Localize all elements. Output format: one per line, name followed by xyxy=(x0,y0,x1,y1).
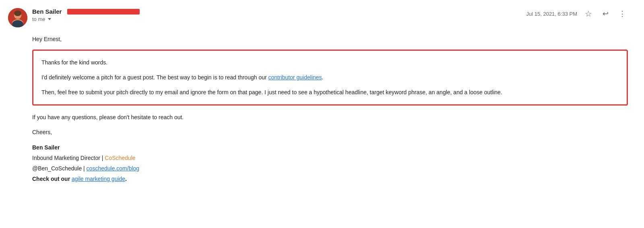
sig-title-line: Inbound Marketing Director | CoSchedule xyxy=(32,153,628,163)
email-greeting: Hey Ernest, xyxy=(32,35,628,44)
email-body: Hey Ernest, Thanks for the kind words. I… xyxy=(32,35,628,184)
sig-check-prefix: Check out our xyxy=(32,176,72,182)
sender-name-row: Ben Sailer xyxy=(32,8,140,15)
to-me-row[interactable]: to me xyxy=(32,16,140,22)
paragraph-3: Then, feel free to submit your pitch dir… xyxy=(41,88,619,97)
email-signature: Ben Sailer Inbound Marketing Director | … xyxy=(32,143,628,184)
sender-info: Ben Sailer to me xyxy=(8,8,140,27)
highlighted-content-box: Thanks for the kind words. I'd definitel… xyxy=(32,50,628,106)
sig-company-link[interactable]: CoSchedule xyxy=(105,155,135,161)
paragraph-2-text-before-link: I'd definitely welcome a pitch for a gue… xyxy=(41,74,268,81)
avatar xyxy=(8,8,27,27)
sig-social-line: @Ben_CoSchedule | coschedule.com/blog xyxy=(32,164,628,173)
svg-point-5 xyxy=(14,10,21,16)
sig-check-suffix: . xyxy=(125,176,127,182)
paragraph-2: I'd definitely welcome a pitch for a gue… xyxy=(41,73,619,82)
paragraph-3-text: Then, feel free to submit your pitch dir… xyxy=(41,89,502,95)
sig-twitter: @Ben_CoSchedule | xyxy=(32,165,87,172)
sig-name: Ben Sailer xyxy=(32,143,628,152)
closing-text: If you have any questions, please don't … xyxy=(32,114,184,120)
to-me-label: to me xyxy=(32,16,45,22)
contributor-guidelines-link[interactable]: contributor guidelines xyxy=(268,74,322,81)
reply-icon[interactable]: ↩ xyxy=(600,8,611,19)
header-actions: Jul 15, 2021, 6:33 PM ☆ ↩ ⋮ xyxy=(526,8,628,19)
cheers-line: Cheers, xyxy=(32,128,628,137)
sig-guide-link[interactable]: agile marketing guide xyxy=(72,176,125,182)
email-container: Ben Sailer to me Jul 15, 2021, 6:33 PM ☆… xyxy=(0,0,644,197)
chevron-down-icon[interactable] xyxy=(48,18,51,20)
sender-name: Ben Sailer xyxy=(32,8,62,15)
timestamp: Jul 15, 2021, 6:33 PM xyxy=(526,11,577,17)
sig-title-prefix: Inbound Marketing Director | xyxy=(32,155,105,161)
email-header: Ben Sailer to me Jul 15, 2021, 6:33 PM ☆… xyxy=(8,8,628,27)
sig-blog-link[interactable]: coschedule.com/blog xyxy=(87,165,140,172)
sender-details: Ben Sailer to me xyxy=(32,8,140,22)
paragraph-1-text: Thanks for the kind words. xyxy=(41,59,107,66)
star-icon[interactable]: ☆ xyxy=(583,8,594,19)
sender-email-redacted xyxy=(67,9,140,15)
more-options-icon[interactable]: ⋮ xyxy=(617,8,628,19)
closing-paragraph: If you have any questions, please don't … xyxy=(32,113,628,122)
paragraph-2-text-after-link: . xyxy=(322,74,324,81)
paragraph-1: Thanks for the kind words. xyxy=(41,58,619,67)
sig-guide-line: Check out our agile marketing guide. xyxy=(32,174,628,184)
